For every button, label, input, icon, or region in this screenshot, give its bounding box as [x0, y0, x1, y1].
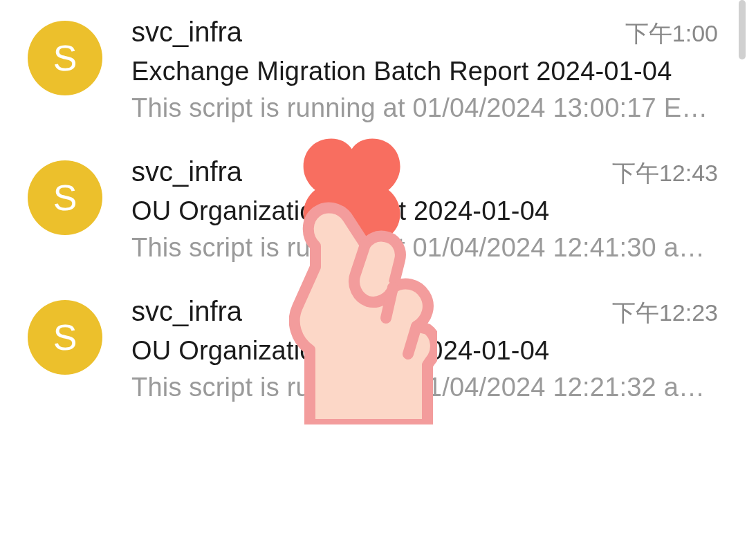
email-item[interactable]: S svc_infra 下午1:00 Exchange Migration Ba… [0, 0, 737, 140]
scrollbar-thumb[interactable] [739, 0, 746, 59]
sender-name: svc_infra [131, 296, 242, 327]
sender-name: svc_infra [131, 156, 242, 187]
email-preview: This script is running at 01/04/2024 13:… [131, 93, 718, 123]
sender-avatar[interactable]: S [28, 300, 102, 375]
sender-avatar[interactable]: S [28, 160, 102, 235]
email-subject: OU Organization report 2024-01-04 [131, 336, 718, 366]
email-content: svc_infra 下午12:43 OU Organization report… [131, 156, 718, 263]
email-list: S svc_infra 下午1:00 Exchange Migration Ba… [0, 0, 737, 419]
email-time: 下午12:43 [612, 158, 718, 189]
email-subject: OU Organization report 2024-01-04 [131, 196, 718, 226]
email-time: 下午12:23 [612, 297, 718, 329]
email-item[interactable]: S svc_infra 下午12:43 OU Organization repo… [0, 140, 737, 279]
email-subject: Exchange Migration Batch Report 2024-01-… [131, 57, 718, 86]
scrollbar-track[interactable] [737, 0, 747, 560]
email-content: svc_infra 下午1:00 Exchange Migration Batc… [131, 17, 718, 123]
email-time: 下午1:00 [625, 18, 718, 50]
sender-name: svc_infra [131, 17, 242, 48]
email-list-viewport: S svc_infra 下午1:00 Exchange Migration Ba… [0, 0, 747, 560]
email-preview: This script is running at 01/04/2024 12:… [131, 233, 718, 263]
email-preview: This script is running at 01/04/2024 12:… [131, 373, 718, 402]
sender-avatar[interactable]: S [28, 21, 102, 95]
email-item[interactable]: S svc_infra 下午12:23 OU Organization repo… [0, 279, 737, 419]
email-content: svc_infra 下午12:23 OU Organization report… [131, 296, 718, 402]
